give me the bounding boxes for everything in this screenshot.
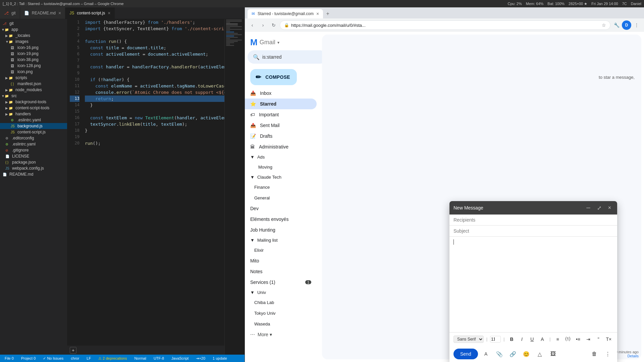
tree-item-icon128[interactable]: 🖼 icon-128.png [0, 63, 67, 69]
tree-item-icon38[interactable]: 🖼 icon-38.png [0, 57, 67, 63]
blockquote-button[interactable]: " [594, 335, 603, 344]
tree-item-webpackconfig[interactable]: JS webpack.config.js [0, 165, 67, 171]
chrome-tab-close[interactable]: × [316, 11, 319, 16]
tree-item-editorconfig[interactable]: ⚙ .editorconfig [0, 135, 67, 141]
folder-ads-moving[interactable]: Moving [245, 162, 317, 172]
compose-button[interactable]: ✏ COMPOSE [250, 69, 297, 85]
star-bookmark-icon[interactable]: ☆ [602, 22, 606, 28]
tab-content-script-close[interactable]: × [108, 10, 110, 16]
bullet-list-button[interactable]: •≡ [574, 335, 582, 344]
extensions-button[interactable]: 🔧 [612, 20, 621, 30]
nav-services[interactable]: Services (1) 1 [245, 277, 317, 288]
text-format-toggle-button[interactable]: A [481, 349, 491, 359]
folder-univ-waseda[interactable]: Waseda [245, 318, 317, 329]
recipients-input[interactable] [453, 217, 613, 223]
nav-inbox[interactable]: 📥 Inbox [245, 88, 317, 99]
compose-minimize-button[interactable]: ─ [584, 204, 592, 212]
folder-ads-header[interactable]: ▼ Ads [245, 152, 322, 162]
tree-item-eslintrc[interactable]: ⚙ .eslintrc.yaml [0, 141, 67, 147]
nav-elements[interactable]: Eléments envoyés [245, 214, 317, 225]
tree-item-license[interactable]: 📄 LICENSE [0, 153, 67, 159]
insert-link-button[interactable]: 🔗 [507, 349, 518, 359]
more-options-button[interactable]: ⋮ [632, 20, 641, 30]
code-content[interactable]: import {handlerFactory} from './handlers… [82, 19, 224, 345]
add-file-button[interactable]: + [70, 347, 76, 354]
compose-subject-field[interactable] [449, 226, 617, 237]
folder-univ-header[interactable]: ▼ Univ [245, 288, 322, 297]
folder-univ-tokyouniv[interactable]: Tokyo Univ [245, 308, 317, 318]
align-left-button[interactable]: ≡ [553, 335, 562, 344]
tab-readme-close[interactable]: × [58, 10, 61, 16]
tree-item-iconpng[interactable]: 🖼 icon.png [0, 69, 67, 75]
font-select[interactable]: Sans Serif [453, 336, 484, 343]
tree-item-background-js[interactable]: JS background.js [0, 123, 67, 129]
insert-photo-button[interactable]: 🖼 [548, 349, 558, 359]
tree-item-content-script-js[interactable]: JS content-script.js [0, 129, 67, 135]
send-button[interactable]: Send [453, 349, 478, 359]
forward-button[interactable]: › [258, 20, 268, 30]
tree-item-icon19[interactable]: 🖼 icon-19.png [0, 51, 67, 57]
bold-button[interactable]: B [507, 335, 516, 344]
tree-item-background-tools[interactable]: ▶ 📁 background-tools [0, 99, 67, 105]
new-tab-button[interactable]: + [323, 9, 332, 18]
insert-emoji-button[interactable]: 😊 [521, 349, 532, 359]
file-tree[interactable]: ⎇ git ▼ 📁 app ▶ 📁 _locales ▼ [0, 19, 67, 355]
tree-item-readme[interactable]: 📄 README.md [0, 171, 67, 177]
nav-starred[interactable]: ⭐ Starred [245, 99, 317, 109]
tree-item-manifest[interactable]: { } manifest.json [0, 81, 67, 87]
gmail-dropdown-icon[interactable]: ▾ [277, 40, 279, 45]
back-button[interactable]: ‹ [248, 20, 257, 30]
insert-drive-button[interactable]: △ [534, 349, 545, 359]
indent-button[interactable]: ⇥ [584, 335, 593, 344]
compose-expand-button[interactable]: ⤢ [595, 204, 603, 212]
address-bar[interactable]: 🔒 https://mail.google.com/mail/u/0/#sta.… [280, 20, 610, 30]
nav-administrative[interactable]: 🏛 Administrative [245, 141, 317, 152]
tree-item-git[interactable]: ⎇ git [0, 20, 67, 26]
compose-recipients-field[interactable] [449, 215, 617, 226]
tree-item-handlers[interactable]: ▶ 📁 handlers [0, 111, 67, 117]
tab-git[interactable]: ⎇ git [0, 7, 20, 19]
remove-format-button[interactable]: T× [604, 335, 613, 344]
profile-button[interactable]: D [622, 20, 631, 30]
nav-important[interactable]: 🏷 Important [245, 109, 317, 120]
tree-item-app[interactable]: ▼ 📁 app [0, 26, 67, 33]
nav-dev[interactable]: Dev [245, 203, 317, 214]
tree-item-gitignore[interactable]: ⊘ .gitignore [0, 147, 67, 153]
folder-ct-finance[interactable]: Finance [245, 182, 317, 192]
more-button[interactable]: ⋯ More ▾ [245, 329, 322, 340]
subject-input[interactable] [453, 228, 613, 234]
tree-item-src[interactable]: ▼ 📁 src [0, 93, 67, 99]
nav-jobhunting[interactable]: Job Hunting [245, 225, 317, 235]
folder-univ-chibalab[interactable]: Chiba Lab [245, 297, 317, 308]
chrome-tab-gmail[interactable]: ✉ Starred - tuvistavie@gmail.com × [248, 9, 323, 18]
tab-readme[interactable]: 📄 README.md × [20, 7, 66, 19]
numbered-list-button[interactable]: ⑴ [564, 335, 572, 344]
folder-ct-general[interactable]: General [245, 192, 317, 203]
tree-item-images[interactable]: ▼ 📁 images [0, 39, 67, 45]
nav-notes[interactable]: Notes [245, 266, 317, 277]
tab-content-script[interactable]: JS content-script.js × [65, 7, 115, 19]
attach-file-button[interactable]: 📎 [494, 349, 505, 359]
underline-button[interactable]: U [528, 335, 536, 344]
gmail-search-bar[interactable]: 🔍 [248, 50, 322, 64]
folder-claudetech-header[interactable]: ▼ Claude Tech [245, 172, 322, 182]
tree-item-eslintrc-yaml[interactable]: ⚙ .eslintrc.yaml [0, 117, 67, 123]
tree-item-locales[interactable]: ▶ 📁 _locales [0, 33, 67, 39]
reload-button[interactable]: ↻ [269, 20, 278, 30]
tree-item-cs-tools[interactable]: ▶ 📁 content-script-tools [0, 105, 67, 111]
tree-item-packagejson[interactable]: { } package.json [0, 159, 67, 165]
folder-ml-elixir[interactable]: Elixir [245, 245, 317, 255]
more-compose-options-button[interactable]: ⋮ [602, 349, 613, 359]
code-editor[interactable]: 1 2 3 4 5 6 7 8 9 10 11 12 13 [67, 19, 224, 355]
nav-mito[interactable]: Mito [245, 255, 317, 266]
nav-drafts[interactable]: 📝 Drafts [245, 131, 317, 141]
tree-item-scripts[interactable]: ▶ 📁 scripts [0, 75, 67, 81]
delete-button[interactable]: 🗑 [589, 349, 600, 359]
compose-body[interactable] [449, 237, 617, 332]
folder-mailinglist-header[interactable]: ▼ Mailing list [245, 235, 322, 245]
nav-sent[interactable]: 📤 Sent Mail [245, 120, 317, 131]
font-size-input[interactable] [490, 336, 501, 343]
compose-close-button[interactable]: × [606, 204, 613, 212]
gmail-search-input[interactable] [262, 54, 321, 60]
text-color-button[interactable]: A [538, 335, 547, 344]
